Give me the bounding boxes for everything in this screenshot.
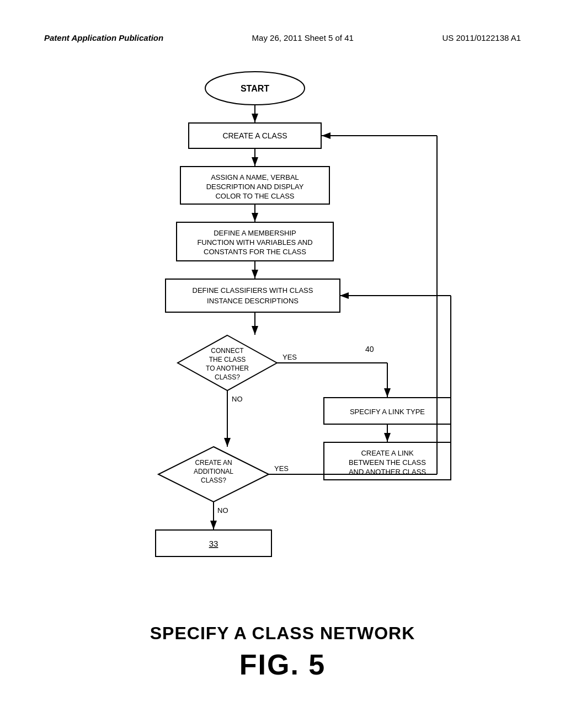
figure-title: SPECIFY A CLASS NETWORK [0, 623, 565, 644]
svg-text:SPECIFY A LINK TYPE: SPECIFY A LINK TYPE [350, 408, 425, 416]
page-header: Patent Application Publication May 26, 2… [0, 33, 565, 42]
date-sheet-label: May 26, 2011 Sheet 5 of 41 [252, 33, 354, 42]
svg-text:NO: NO [217, 506, 228, 515]
figure-number: FIG. 5 [0, 648, 565, 681]
svg-text:CONNECT: CONNECT [211, 347, 244, 355]
svg-text:CLASS?: CLASS? [201, 477, 226, 484]
svg-text:NO: NO [232, 395, 243, 403]
svg-text:FUNCTION WITH VARIABLES AND: FUNCTION WITH VARIABLES AND [197, 238, 312, 247]
publication-label: Patent Application Publication [44, 33, 163, 42]
svg-text:YES: YES [282, 353, 297, 361]
svg-text:BETWEEN THE CLASS: BETWEEN THE CLASS [349, 458, 426, 467]
svg-text:START: START [241, 84, 269, 93]
svg-text:COLOR TO THE CLASS: COLOR TO THE CLASS [215, 192, 294, 200]
svg-text:YES: YES [274, 464, 289, 473]
flowchart-svg: START CREATE A CLASS ASSIGN A NAME, VERB… [95, 61, 470, 601]
svg-text:CONSTANTS FOR THE CLASS: CONSTANTS FOR THE CLASS [204, 248, 306, 256]
svg-text:TO ANOTHER: TO ANOTHER [206, 365, 249, 372]
svg-text:ADDITIONAL: ADDITIONAL [194, 468, 233, 475]
flowchart-diagram: START CREATE A CLASS ASSIGN A NAME, VERB… [95, 61, 470, 603]
svg-text:DESCRIPTION AND DISPLAY: DESCRIPTION AND DISPLAY [206, 183, 304, 191]
svg-text:CREATE A LINK: CREATE A LINK [361, 449, 413, 457]
svg-text:40: 40 [365, 345, 374, 354]
svg-rect-17 [166, 279, 340, 312]
svg-text:INSTANCE DESCRIPTIONS: INSTANCE DESCRIPTIONS [207, 297, 299, 305]
svg-text:CREATE AN: CREATE AN [195, 459, 232, 467]
svg-text:CLASS?: CLASS? [215, 373, 240, 381]
svg-text:33: 33 [209, 539, 218, 548]
svg-text:ASSIGN A NAME, VERBAL: ASSIGN A NAME, VERBAL [211, 173, 299, 181]
svg-text:THE CLASS: THE CLASS [209, 356, 246, 363]
svg-text:CREATE A CLASS: CREATE A CLASS [222, 131, 287, 140]
bottom-section: SPECIFY A CLASS NETWORK FIG. 5 [0, 623, 565, 681]
svg-text:DEFINE A MEMBERSHIP: DEFINE A MEMBERSHIP [214, 229, 296, 237]
svg-text:DEFINE CLASSIFIERS WITH CLASS: DEFINE CLASSIFIERS WITH CLASS [193, 286, 313, 295]
patent-number-label: US 2011/0122138 A1 [442, 33, 521, 42]
